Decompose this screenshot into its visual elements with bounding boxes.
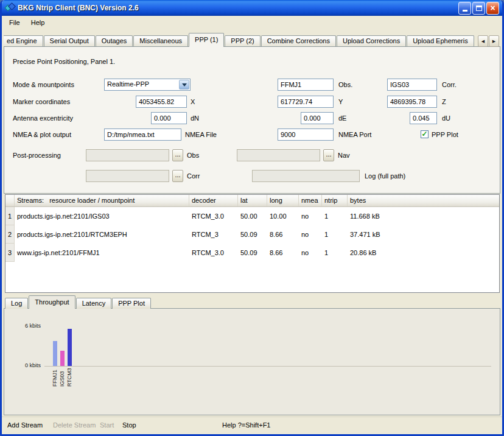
close-icon: × <box>490 4 495 12</box>
marker-z-input[interactable] <box>387 96 437 108</box>
tab-log[interactable]: Log <box>5 298 28 309</box>
tab-ppp-2[interactable]: PPP (2) <box>225 35 260 47</box>
tab-miscellaneous[interactable]: Miscellaneous <box>133 35 188 47</box>
cell-lat: 50.00 <box>238 207 267 225</box>
tab-scroll-left-button[interactable]: ◀ <box>478 35 488 47</box>
arrow-left-icon: ◀ <box>481 39 485 44</box>
post-log-label: Log (full path) <box>365 170 405 182</box>
tab-combine-corrections[interactable]: Combine Corrections <box>261 35 336 47</box>
header-nmea[interactable]: nmea <box>299 195 322 206</box>
menu-help[interactable]: Help <box>26 17 51 28</box>
menubar: File Help <box>2 16 502 29</box>
antenna-dn-input[interactable] <box>151 112 187 124</box>
streams-table: Streams: resource loader / mountpoint de… <box>5 194 500 293</box>
ppp1-panel: Precise Point Positioning, Panel 1. Mode… <box>4 46 500 194</box>
row-number: 2 <box>5 225 15 244</box>
table-row[interactable]: 2 products.igs-ip.net:2101/RTCM3EPH RTCM… <box>5 225 499 244</box>
cell-mountpoint: products.igs-ip.net:2101/IGS03 <box>15 207 189 225</box>
post-corr-label: Corr <box>187 170 200 182</box>
corr-mountpoint-input[interactable] <box>387 79 437 91</box>
nmea-row-label: NMEA & plot output <box>13 128 71 141</box>
cell-bytes: 37.471 kB <box>348 225 499 244</box>
marker-y-input[interactable] <box>278 96 334 108</box>
table-row[interactable]: 3 www.igs-ip.net:2101/FFMJ1 RTCM_3.0 50.… <box>5 244 499 262</box>
browse-obs-button[interactable]: ... <box>172 149 183 161</box>
nmea-file-input[interactable] <box>104 128 181 141</box>
panel-caption: Precise Point Positioning, Panel 1. <box>13 55 115 68</box>
bottom-tabbar: Log Throughput Latency PPP Plot <box>5 295 152 309</box>
tab-throughput[interactable]: Throughput <box>29 295 75 309</box>
cell-lat: 50.09 <box>238 225 267 244</box>
tab-upload-corrections[interactable]: Upload Corrections <box>337 35 406 47</box>
stop-button[interactable]: Stop <box>122 421 136 429</box>
nmea-port-input[interactable] <box>278 128 334 141</box>
menu-file[interactable]: File <box>4 17 26 28</box>
tab-upload-ephemeris[interactable]: Upload Ephemeris <box>407 35 474 47</box>
chart-category-label: RTCM3 <box>66 366 72 387</box>
close-button[interactable]: × <box>486 2 499 15</box>
header-corner <box>5 195 15 206</box>
cell-ntrip: 1 <box>322 225 348 244</box>
ppp-mode-combobox[interactable]: Realtime-PPP <box>104 79 191 91</box>
header-ntrip[interactable]: ntrip <box>322 195 348 206</box>
maximize-icon <box>476 5 482 11</box>
marker-x-input[interactable] <box>136 96 187 108</box>
chevron-down-icon <box>182 83 187 89</box>
table-row[interactable]: 1 products.igs-ip.net:2101/IGS03 RTCM_3.… <box>5 207 499 225</box>
antenna-de-label: dE <box>338 112 346 124</box>
mode-row-label: Mode & mountpoints <box>13 79 74 91</box>
tab-scroll-right-button[interactable]: ▶ <box>489 35 499 47</box>
minimize-button[interactable] <box>458 2 471 15</box>
browse-corr-button[interactable]: ... <box>172 170 183 182</box>
antenna-de-input[interactable] <box>301 112 334 124</box>
tab-ppp-plot[interactable]: PPP Plot <box>112 298 151 309</box>
row-number: 1 <box>5 207 15 225</box>
obs-mountpoint-input[interactable] <box>278 79 334 91</box>
browse-nav-button[interactable]: ... <box>323 149 334 161</box>
antenna-row-label: Antenna excentricity <box>13 112 73 124</box>
arrow-right-icon: ▶ <box>492 39 495 44</box>
header-mountpoint[interactable]: Streams: resource loader / mountpoint <box>15 195 189 206</box>
marker-z-label: Z <box>442 96 446 108</box>
ppp-plot-checkbox[interactable]: ✓ <box>421 130 429 138</box>
app-icon <box>5 3 15 13</box>
tab-scroll-controls: ◀ ▶ <box>478 35 499 47</box>
post-nav-label: Nav <box>338 149 350 161</box>
cell-ntrip: 1 <box>322 207 348 225</box>
ppp-plot-label: PPP Plot <box>432 128 458 141</box>
antenna-du-label: dU <box>442 112 450 124</box>
combo-dropdown-button[interactable] <box>179 80 189 90</box>
maximize-button[interactable] <box>472 2 485 15</box>
add-stream-button[interactable]: Add Stream <box>7 421 43 429</box>
antenna-du-input[interactable] <box>410 112 437 124</box>
header-decoder[interactable]: decoder <box>189 195 238 206</box>
header-lat[interactable]: lat <box>238 195 267 206</box>
cell-decoder: RTCM_3 <box>189 225 238 244</box>
cell-long: 10.00 <box>267 207 299 225</box>
titlebar[interactable]: BKG Ntrip Client (BNC) Version 2.6 × <box>2 0 502 16</box>
chart-category-label: IGS03 <box>59 366 65 387</box>
chart-category-label: FFMJ1 <box>52 366 58 387</box>
tab-outages[interactable]: Outages <box>96 35 133 47</box>
tab-latency[interactable]: Latency <box>76 298 112 309</box>
header-long[interactable]: long <box>267 195 299 206</box>
row-number: 3 <box>5 244 15 262</box>
start-button: Start <box>100 421 114 429</box>
chart-bar <box>60 351 65 366</box>
post-log-input <box>252 170 360 182</box>
tab-serial-output[interactable]: Serial Output <box>44 35 95 47</box>
cell-decoder: RTCM_3.0 <box>189 244 238 262</box>
post-corr-input <box>86 170 169 182</box>
tab-feed-engine[interactable]: ed Engine <box>4 35 43 47</box>
bottom-action-bar: Add Stream Delete Stream Start Stop Help… <box>2 417 502 434</box>
app-window: BKG Ntrip Client (BNC) Version 2.6 × Fil… <box>0 0 504 436</box>
marker-x-label: X <box>191 96 195 108</box>
tab-ppp-1[interactable]: PPP (1) <box>189 33 224 47</box>
main-tabbar: ed Engine Serial Output Outages Miscella… <box>4 33 477 47</box>
chart-bar <box>68 329 72 366</box>
help-shortcut-label: Help ?=Shift+F1 <box>222 421 271 429</box>
obs-label: Obs. <box>338 79 352 91</box>
window-controls: × <box>458 2 499 15</box>
window-title: BKG Ntrip Client (BNC) Version 2.6 <box>18 4 458 12</box>
header-bytes[interactable]: bytes <box>348 195 499 206</box>
